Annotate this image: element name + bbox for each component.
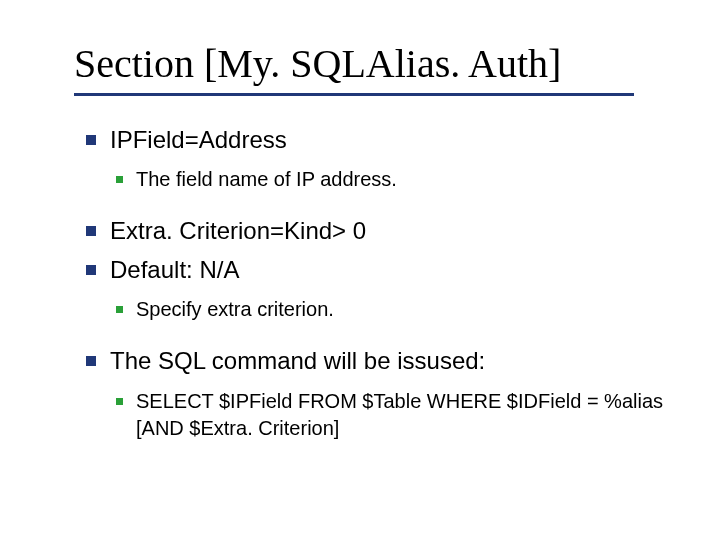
sub-list: SELECT $IPField FROM $Table WHERE $IDFie…: [110, 388, 690, 442]
list-item-text: Specify extra criterion.: [136, 298, 334, 320]
list-item: The SQL command will be issused: SELECT …: [80, 345, 690, 441]
list-item-text: The field name of IP address.: [136, 168, 397, 190]
bullet-list: IPField=Address The field name of IP add…: [80, 124, 690, 442]
sub-list: The field name of IP address.: [110, 166, 690, 193]
sub-list: Specify extra criterion.: [110, 296, 690, 323]
list-item-text: Extra. Criterion=Kind> 0: [110, 217, 366, 244]
list-item: The field name of IP address.: [110, 166, 690, 193]
list-item: SELECT $IPField FROM $Table WHERE $IDFie…: [110, 388, 690, 442]
list-item-text: IPField=Address: [110, 126, 287, 153]
list-item-text: SELECT $IPField FROM $Table WHERE $IDFie…: [136, 390, 663, 439]
list-item-text: The SQL command will be issused:: [110, 347, 485, 374]
title-underline: [74, 93, 634, 96]
list-item: Default: N/A Specify extra criterion.: [80, 254, 690, 323]
list-item: Extra. Criterion=Kind> 0: [80, 215, 690, 247]
slide-title: Section [My. SQLAlias. Auth]: [74, 40, 690, 87]
slide: Section [My. SQLAlias. Auth] IPField=Add…: [0, 0, 720, 540]
list-item: Specify extra criterion.: [110, 296, 690, 323]
list-item: IPField=Address The field name of IP add…: [80, 124, 690, 193]
list-item-text: Default: N/A: [110, 256, 239, 283]
